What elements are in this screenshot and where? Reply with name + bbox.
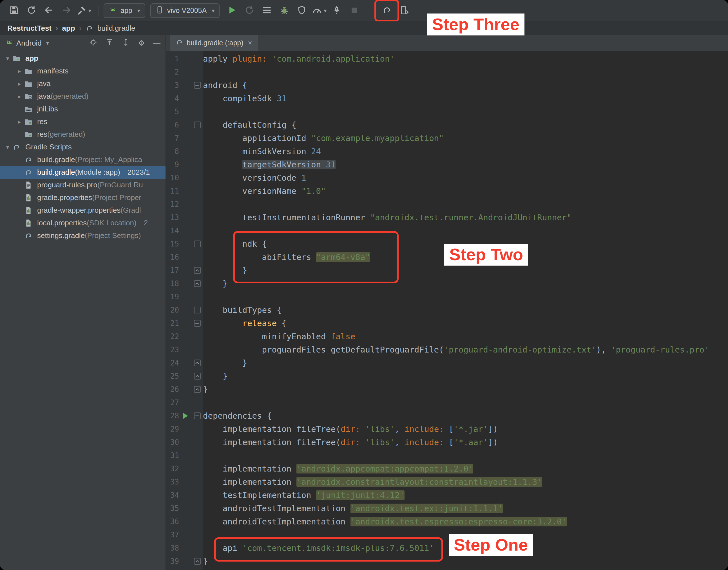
- fold-collapse-icon[interactable]: [192, 82, 203, 89]
- tree-item-settings-gradle-project-settings[interactable]: settings.gradle (Project Settings): [0, 229, 166, 242]
- tree-item-gradle-scripts[interactable]: ▾Gradle Scripts: [0, 141, 166, 153]
- select-opened-file-button[interactable]: [89, 38, 97, 48]
- code-text[interactable]: androidTestImplementation 'androidx.test…: [203, 504, 503, 513]
- back-button[interactable]: [42, 3, 56, 18]
- hide-panel-button[interactable]: —: [153, 39, 161, 47]
- code-text[interactable]: versionName "1.0": [203, 186, 326, 196]
- profile-low-overhead-button[interactable]: [329, 3, 344, 18]
- run-tasks-list-button[interactable]: [259, 3, 274, 18]
- code-text[interactable]: testImplementation 'junit:junit:4.12': [203, 490, 404, 500]
- expand-collapse-button[interactable]: [122, 38, 130, 48]
- tree-item-app[interactable]: ▾app: [0, 52, 166, 65]
- chevron-down-icon[interactable]: ▾: [3, 144, 12, 151]
- code-text[interactable]: implementation fileTree(dir: 'libs', inc…: [203, 438, 498, 447]
- run-config-dropdown[interactable]: app ▾: [104, 3, 145, 18]
- code-text[interactable]: apply plugin: 'com.android.application': [203, 54, 395, 64]
- build-button[interactable]: ▾: [76, 3, 91, 18]
- code-text[interactable]: minSdkVersion 24: [203, 147, 321, 156]
- fold-collapse-icon[interactable]: [192, 307, 203, 313]
- fold-collapse-icon[interactable]: [192, 241, 203, 247]
- tree-item-local-properties-sdk-location[interactable]: local.properties (SDK Location)2: [0, 217, 166, 229]
- code-text[interactable]: versionCode 1: [203, 173, 306, 183]
- collapse-all-button[interactable]: [106, 38, 114, 48]
- code-text[interactable]: dependencies {: [203, 411, 271, 420]
- tree-item-build-gradle-module-app[interactable]: build.gradle (Module :app)2023/1: [0, 166, 166, 179]
- fold-end-icon[interactable]: [192, 373, 203, 379]
- run-task-icon[interactable]: [179, 413, 192, 419]
- debug-button[interactable]: [277, 3, 292, 18]
- code-text[interactable]: implementation 'androidx.appcompat:appco…: [203, 464, 473, 474]
- fold-end-icon[interactable]: [192, 359, 203, 366]
- code-text[interactable]: }: [203, 358, 247, 368]
- settings-gear-button[interactable]: ⚙: [138, 39, 145, 47]
- tab-build-gradle[interactable]: build.gradle (:app) ×: [170, 35, 258, 51]
- tree-item-gradle-wrapper-properties-gradl[interactable]: gradle-wrapper.properties (Gradl: [0, 204, 166, 217]
- gradle-sync-button[interactable]: [379, 3, 394, 18]
- tree-item-gradle-properties-project-proper[interactable]: gradle.properties (Project Proper: [0, 191, 166, 204]
- code-text[interactable]: abiFilters "arm64-v8a": [203, 252, 370, 262]
- android-icon: [109, 6, 117, 16]
- chevron-right-icon[interactable]: ▸: [15, 68, 24, 74]
- code-text[interactable]: buildTypes {: [203, 305, 282, 315]
- code-text[interactable]: implementation fileTree(dir: 'libs', inc…: [203, 424, 498, 434]
- code-text[interactable]: android {: [203, 80, 247, 90]
- code-text[interactable]: }: [203, 371, 227, 381]
- tree-item-java-generated[interactable]: ▸java (generated): [0, 90, 166, 103]
- breadcrumb-module[interactable]: app: [62, 24, 75, 33]
- breadcrumb-project[interactable]: RestructTest: [7, 24, 51, 33]
- forward-button[interactable]: [59, 3, 74, 18]
- chevron-right-icon[interactable]: ▸: [15, 118, 24, 125]
- tree-item-java[interactable]: ▸java: [0, 77, 166, 90]
- code-text[interactable]: ndk {: [203, 239, 267, 249]
- code-text[interactable]: targetSdkVersion 31: [203, 160, 336, 170]
- code-text[interactable]: compileSdk 31: [203, 94, 287, 103]
- chevron-down-icon: ▾: [46, 40, 49, 46]
- chevron-right-icon[interactable]: ▸: [15, 80, 24, 87]
- fold-end-icon[interactable]: [192, 558, 203, 565]
- coverage-button[interactable]: [295, 3, 309, 18]
- code-text[interactable]: androidTestImplementation 'androidx.test…: [203, 517, 567, 526]
- sync-project-button[interactable]: [24, 3, 39, 18]
- code-text[interactable]: testInstrumentationRunner "androidx.test…: [203, 213, 571, 222]
- profiler-button[interactable]: ▾: [312, 3, 327, 18]
- fold-end-icon[interactable]: [192, 386, 203, 393]
- chevron-down-icon: ▾: [212, 7, 214, 14]
- code-text[interactable]: api 'com.tencent.imsdk:imsdk-plus:7.6.50…: [203, 543, 434, 553]
- code-text[interactable]: }: [203, 557, 208, 566]
- tree-item-proguard-rules-pro-proguard-ru[interactable]: proguard-rules.pro (ProGuard Ru: [0, 179, 166, 191]
- file-prop-icon: [24, 194, 34, 202]
- code-text[interactable]: proguardFiles getDefaultProguardFile('pr…: [203, 345, 709, 354]
- code-line-17: 17 }: [166, 264, 728, 277]
- code-text[interactable]: applicationId "com.example.myapplication…: [203, 133, 444, 143]
- code-text[interactable]: minifyEnabled false: [203, 332, 355, 341]
- fold-end-icon[interactable]: [192, 267, 203, 274]
- gradle-icon: [24, 232, 34, 240]
- chevron-right-icon[interactable]: ▸: [15, 93, 24, 100]
- stop-button[interactable]: [347, 3, 361, 18]
- device-dropdown[interactable]: vivo V2005A ▾: [150, 3, 220, 18]
- fold-collapse-icon[interactable]: [192, 121, 203, 128]
- code-text[interactable]: }: [203, 266, 247, 275]
- code-text[interactable]: }: [203, 279, 227, 288]
- close-icon[interactable]: ×: [248, 38, 252, 47]
- save-button[interactable]: [7, 3, 21, 18]
- apply-changes-button[interactable]: [242, 3, 257, 18]
- run-button[interactable]: [225, 3, 239, 18]
- project-view-selector[interactable]: Android ▾: [5, 38, 49, 48]
- tree-item-build-gradle-project-my-applica[interactable]: build.gradle (Project: My_Applica: [0, 153, 166, 166]
- tree-item-res-generated[interactable]: res (generated): [0, 128, 166, 141]
- fold-end-icon[interactable]: [192, 280, 203, 287]
- code-text[interactable]: defaultConfig {: [203, 120, 297, 130]
- fold-collapse-icon[interactable]: [192, 412, 203, 419]
- device-manager-button[interactable]: [397, 3, 411, 18]
- tree-item-jnilibs[interactable]: jniLibs: [0, 103, 166, 115]
- tree-item-res[interactable]: ▸res: [0, 115, 166, 128]
- code-text[interactable]: release {: [203, 318, 287, 328]
- code-text[interactable]: implementation 'androidx.constraintlayou…: [203, 477, 542, 487]
- tree-item-manifests[interactable]: ▸manifests: [0, 65, 166, 77]
- fold-collapse-icon[interactable]: [192, 320, 203, 327]
- chevron-down-icon[interactable]: ▾: [3, 55, 12, 62]
- code-text[interactable]: }: [203, 384, 208, 394]
- breadcrumb-file[interactable]: build.gradle: [98, 24, 135, 33]
- line-number: 34: [166, 491, 179, 499]
